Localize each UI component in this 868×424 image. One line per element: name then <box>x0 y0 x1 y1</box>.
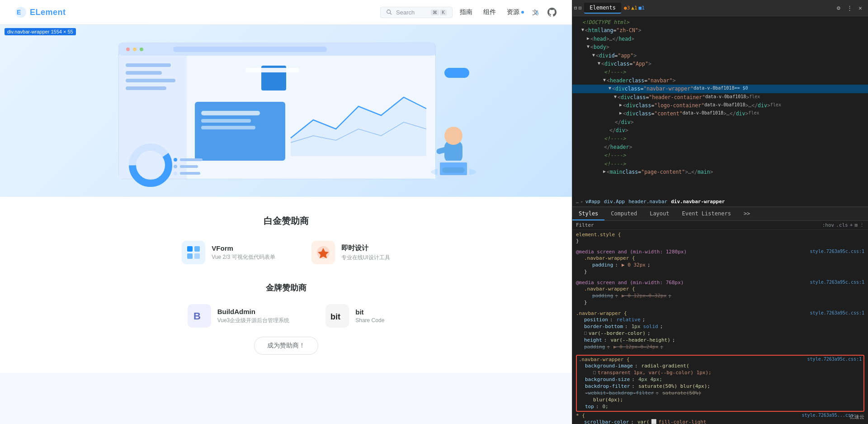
sponsor-bit[interactable]: bit bit Share Code <box>326 304 384 328</box>
dom-line-logo-container[interactable]: <div class="logo-container" data-v-0baf1… <box>572 101 868 110</box>
nav-link-components[interactable]: 组件 <box>483 8 496 16</box>
hero-section <box>0 25 572 197</box>
css-block-highlighted: .navbar-wrapper { style.7263a95c.css:1 b… <box>576 355 864 412</box>
element-logo-icon: E <box>14 6 27 19</box>
dom-line-div-app[interactable]: <div class="App" > <box>572 60 868 68</box>
css-line-padding-1280: padding: ▶ 0 32px ; <box>576 262 864 268</box>
styles-tab-events[interactable]: Event Listeners <box>676 207 737 220</box>
dom-line-comment1: <!----> <box>572 68 868 76</box>
more-filter[interactable]: ⋮ <box>859 222 864 228</box>
cls-filter[interactable]: .cls <box>836 222 848 228</box>
svg-rect-20 <box>201 111 260 115</box>
vform-info: VForm Vue 2/3 可视化低代码表单 <box>212 244 275 261</box>
github-icon[interactable] <box>547 7 557 18</box>
css-prop-padding-st: padding: ▶ 0 12px–0–24px; <box>576 343 864 350</box>
dom-line-html[interactable]: <html lang="zh-CN" > <box>572 26 868 34</box>
logo-area[interactable]: E ELement <box>14 6 66 19</box>
devtools-badge-yellow: ▲1 <box>631 5 637 11</box>
tri-main[interactable] <box>603 168 606 175</box>
plus-filter[interactable]: + <box>850 222 853 228</box>
hero-illustration <box>0 34 572 197</box>
styles-tabs-bar: Styles Computed Layout Event Listeners >… <box>572 207 868 221</box>
hov-filter[interactable]: :hov <box>822 222 835 228</box>
styles-tab-layout[interactable]: Layout <box>643 207 675 220</box>
svg-rect-42 <box>194 246 200 252</box>
styles-filter-input[interactable] <box>597 223 820 228</box>
vform-logo <box>182 241 205 264</box>
tri-div-app[interactable] <box>598 60 600 67</box>
svg-rect-14 <box>126 63 171 67</box>
tri-content[interactable] <box>619 110 622 117</box>
layout-filter[interactable]: ⊞ <box>854 222 858 228</box>
tri-header[interactable] <box>603 76 606 84</box>
styles-tab-more[interactable]: >> <box>737 207 756 220</box>
styles-content: element.style { } @media screen and (min… <box>572 230 868 424</box>
bc-app[interactable]: v#app <box>585 199 600 205</box>
search-box[interactable]: Search ⌘ K <box>380 7 453 18</box>
devtools-settings-icon[interactable]: ⚙ <box>835 4 843 12</box>
css-line-close1: } <box>576 238 864 244</box>
css-prop-border-color: □ var(--border-color); <box>576 330 864 337</box>
tri-navbar-wrapper[interactable] <box>609 85 611 92</box>
svg-rect-24 <box>245 68 300 72</box>
bc-navbar-wrapper[interactable]: div.navbar-wrapper <box>671 199 725 205</box>
dom-line-header-container[interactable]: <div class="header-container" data-v-0ba… <box>572 93 868 101</box>
search-keyboard-shortcut: ⌘ K <box>431 10 447 15</box>
devtools-close-icon[interactable]: ✕ <box>856 4 864 12</box>
watermark: 亿速云 <box>849 414 864 420</box>
sponsor-jishi[interactable]: 即时设计 专业在线UI设计工具 <box>311 241 390 264</box>
bc-div-app[interactable]: div.App <box>604 199 625 205</box>
dom-line-close-div2[interactable]: </div> <box>572 126 868 134</box>
tri-logo-container[interactable] <box>619 101 622 109</box>
vform-name: VForm <box>212 244 275 252</box>
dom-line-body[interactable]: <body> <box>572 43 868 51</box>
tri-body[interactable] <box>587 43 590 50</box>
styles-filter-bar: Filter :hov .cls + ⊞ ⋮ <box>572 221 868 230</box>
dom-line-header[interactable]: <header class="navbar" > <box>572 76 868 85</box>
nav-link-guide[interactable]: 指南 <box>460 8 472 16</box>
tri-header-container[interactable] <box>614 93 617 100</box>
dom-line-content[interactable]: <div class="content" data-v-0baf1018 >…<… <box>572 110 868 118</box>
main-website: div.navbar-wrapper 1554 × 55 E ELement S… <box>0 0 572 424</box>
svg-rect-15 <box>126 71 162 75</box>
dom-line-comment3: <!----> <box>572 151 868 159</box>
svg-rect-43 <box>187 253 193 259</box>
filter-label: Filter <box>576 222 594 228</box>
dom-line-head[interactable]: <head>…</head> <box>572 35 868 43</box>
devtools-badge-orange: ●3 <box>624 5 630 11</box>
dom-line-navbar-wrapper[interactable]: <div class="navbar-wrapper" data-v-0baf1… <box>572 85 868 93</box>
jishi-name: 即时设计 <box>341 244 390 252</box>
bc-header[interactable]: header.navbar <box>628 199 667 205</box>
devtools-tab-elements[interactable]: Elements <box>584 3 621 14</box>
devtools-float-icon[interactable]: ⊡ <box>579 5 582 11</box>
devtools-window-controls: ⊟ ⊡ <box>574 5 581 11</box>
sponsor-vform[interactable]: VForm Vue 2/3 可视化低代码表单 <box>182 241 275 264</box>
navbar-icons: 文 A <box>531 7 557 18</box>
dom-line-close-div[interactable]: </div> <box>572 118 868 126</box>
tri-app[interactable] <box>592 52 595 59</box>
svg-rect-21 <box>201 119 251 123</box>
sponsor-buildadmin[interactable]: B BuildAdmin Vue3企业级开源后台管理系统 <box>188 304 290 328</box>
devtools-more-icon[interactable]: ⋮ <box>845 4 854 12</box>
dom-line-close-header[interactable]: </header> <box>572 143 868 151</box>
css-bg-image: background-image: radial-gradient( <box>577 362 863 369</box>
styles-tab-computed[interactable]: Computed <box>604 207 643 220</box>
dom-line-app[interactable]: <div id="app" > <box>572 52 868 60</box>
svg-text:bit: bit <box>330 312 340 321</box>
navbar-label: div.navbar-wrapper 1554 × 55 <box>5 28 76 35</box>
nav-link-resources[interactable]: 资源 <box>507 8 524 16</box>
tri-head[interactable] <box>587 35 590 42</box>
css-block-media-768: @media screen and (min-width: 768px) sty… <box>576 280 864 306</box>
devtools-dock-icon[interactable]: ⊟ <box>574 5 577 11</box>
jishi-info: 即时设计 专业在线UI设计工具 <box>341 244 390 262</box>
tri-html[interactable] <box>581 26 584 33</box>
css-line-close-768: } <box>576 299 864 306</box>
dom-line-main[interactable]: <main class="page-content" >…</main> <box>572 168 868 176</box>
become-sponsor-button[interactable]: 成为赞助商！ <box>254 337 318 355</box>
svg-point-2 <box>387 10 391 14</box>
buildadmin-logo: B <box>188 304 211 328</box>
css-webkit-blur: blur(4px); <box>577 396 863 403</box>
language-icon[interactable]: 文 A <box>531 7 541 17</box>
styles-tab-styles[interactable]: Styles <box>572 207 604 220</box>
dom-line-doctype[interactable]: <!DOCTYPE html> <box>572 18 868 26</box>
